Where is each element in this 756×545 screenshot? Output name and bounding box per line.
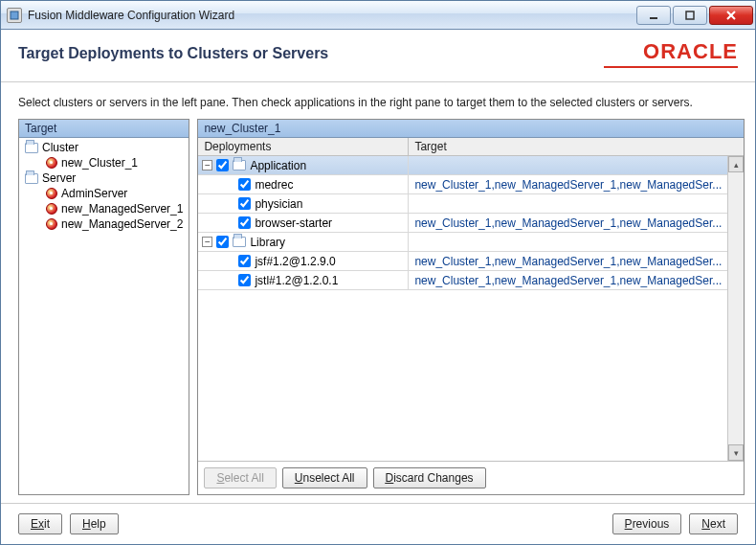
close-button[interactable] <box>709 6 753 25</box>
col-target[interactable]: Target <box>409 138 744 155</box>
row-checkbox[interactable] <box>238 178 251 191</box>
row-label: physician <box>255 197 302 211</box>
brand-underline <box>604 66 738 68</box>
select-all-button: Select All <box>204 467 276 488</box>
minimize-button[interactable] <box>636 6 671 25</box>
brand-text: ORACLE <box>604 39 738 64</box>
group-checkbox[interactable] <box>216 159 229 171</box>
deployments-group-library[interactable]: − Library <box>198 233 727 252</box>
exit-button[interactable]: Exit <box>18 513 62 534</box>
tree-item-label: new_ManagedServer_2 <box>61 217 183 231</box>
collapse-icon[interactable]: − <box>202 160 212 170</box>
target-icon <box>46 218 57 230</box>
svg-rect-0 <box>11 11 18 19</box>
wizard-window: Fusion Middleware Configuration Wizard T… <box>0 0 756 545</box>
deployments-buttons: Select All Unselect All Discard Changes <box>198 461 744 494</box>
scroll-down-icon[interactable]: ▾ <box>728 444 744 461</box>
table-row[interactable]: browser-starter new_Cluster_1,new_Manage… <box>198 214 727 233</box>
row-label: jsf#1.2@1.2.9.0 <box>255 255 335 268</box>
previous-button[interactable]: Previous <box>612 513 682 534</box>
row-target: new_Cluster_1,new_ManagedServer_1,new_Ma… <box>409 175 727 193</box>
vertical-scrollbar[interactable]: ▴ ▾ <box>727 156 744 461</box>
row-checkbox[interactable] <box>238 197 251 210</box>
deployments-group-application[interactable]: − Application <box>198 156 727 175</box>
deployments-pane: new_Cluster_1 Deployments Target − Appli… <box>197 119 745 495</box>
target-tree-pane: Target Cluster new_Cluster_1 Server <box>18 119 189 495</box>
brand-logo: ORACLE <box>604 39 738 68</box>
deployments-table-body: − Application medrec new_Cluster_1,new_M… <box>198 156 744 461</box>
table-row[interactable]: jstl#1.2@1.2.0.1 new_Cluster_1,new_Manag… <box>198 271 727 290</box>
target-icon <box>46 203 57 215</box>
tree-item[interactable]: new_Cluster_1 <box>21 155 187 170</box>
deployments-pane-title: new_Cluster_1 <box>198 120 744 138</box>
row-label: browser-starter <box>255 216 332 230</box>
folder-icon <box>233 160 246 170</box>
deployments-scroll-area[interactable]: − Application medrec new_Cluster_1,new_M… <box>198 156 727 461</box>
tree-item-label: new_Cluster_1 <box>61 156 138 170</box>
help-button[interactable]: Help <box>70 513 119 534</box>
col-deployments[interactable]: Deployments <box>198 138 409 155</box>
target-icon <box>46 188 57 199</box>
window-title: Fusion Middleware Configuration Wizard <box>28 9 636 22</box>
instructions-text: Select clusters or servers in the left p… <box>1 82 755 119</box>
collapse-icon[interactable]: − <box>202 237 212 247</box>
row-target: new_Cluster_1,new_ManagedServer_1,new_Ma… <box>409 271 727 289</box>
tree-group-cluster[interactable]: Cluster <box>21 140 187 155</box>
scroll-up-icon[interactable]: ▴ <box>728 156 744 172</box>
window-controls <box>636 6 753 25</box>
group-label: Library <box>250 236 285 249</box>
group-label: Application <box>250 159 306 172</box>
row-checkbox[interactable] <box>238 216 251 229</box>
row-label: medrec <box>255 178 293 192</box>
folder-icon <box>25 143 38 153</box>
row-checkbox[interactable] <box>238 274 251 286</box>
row-target: new_Cluster_1,new_ManagedServer_1,new_Ma… <box>409 214 727 232</box>
target-tree[interactable]: Cluster new_Cluster_1 Server AdminServer <box>19 138 189 494</box>
group-target-cell <box>409 233 727 251</box>
main-area: Target Cluster new_Cluster_1 Server <box>1 119 755 503</box>
row-target: new_Cluster_1,new_ManagedServer_1,new_Ma… <box>409 252 727 270</box>
app-icon <box>7 8 22 23</box>
tree-item[interactable]: new_ManagedServer_2 <box>21 216 187 232</box>
tree-group-server[interactable]: Server <box>21 170 187 186</box>
target-icon <box>46 157 57 169</box>
page-title: Target Deployments to Clusters or Server… <box>18 39 328 62</box>
maximize-button[interactable] <box>673 6 707 25</box>
next-button[interactable]: Next <box>689 513 738 534</box>
svg-rect-2 <box>686 11 694 19</box>
tree-group-label: Cluster <box>42 141 78 154</box>
unselect-all-button[interactable]: Unselect All <box>282 467 367 488</box>
tree-item[interactable]: new_ManagedServer_1 <box>21 201 187 216</box>
table-row[interactable]: medrec new_Cluster_1,new_ManagedServer_1… <box>198 175 727 194</box>
group-target-cell <box>409 156 727 174</box>
table-row[interactable]: jsf#1.2@1.2.9.0 new_Cluster_1,new_Manage… <box>198 252 727 271</box>
deployments-column-header: Deployments Target <box>198 138 744 156</box>
tree-item-label: new_ManagedServer_1 <box>61 202 183 216</box>
folder-icon <box>25 173 38 184</box>
target-pane-title: Target <box>19 120 189 138</box>
group-checkbox[interactable] <box>216 236 229 248</box>
tree-item[interactable]: AdminServer <box>21 186 187 201</box>
tree-group-label: Server <box>42 171 76 185</box>
discard-changes-button[interactable]: Discard Changes <box>373 467 486 488</box>
wizard-footer: Exit Help Previous Next <box>1 503 755 544</box>
row-label: jstl#1.2@1.2.0.1 <box>255 274 338 287</box>
folder-icon <box>233 237 246 247</box>
row-target <box>409 194 727 213</box>
table-row[interactable]: physician <box>198 194 727 214</box>
page-header: Target Deployments to Clusters or Server… <box>1 30 755 82</box>
tree-item-label: AdminServer <box>61 187 127 200</box>
row-checkbox[interactable] <box>238 255 251 267</box>
titlebar[interactable]: Fusion Middleware Configuration Wizard <box>1 1 755 30</box>
